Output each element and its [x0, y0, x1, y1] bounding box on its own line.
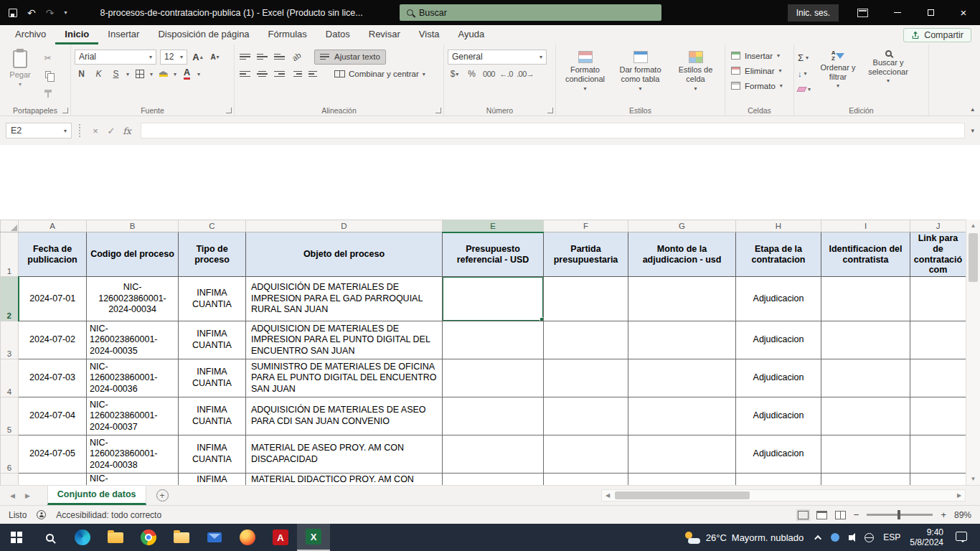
empty-cell[interactable]: [443, 359, 544, 397]
grow-font-button[interactable]: A▴: [191, 50, 204, 64]
date-cell[interactable]: 2024-07-03: [19, 359, 87, 397]
empty-cell[interactable]: [628, 435, 736, 474]
empty-cell[interactable]: [443, 435, 544, 474]
number-format-combo[interactable]: General ▾: [448, 50, 547, 65]
row-header-4[interactable]: 4: [1, 359, 19, 397]
taskbar-folder-button[interactable]: [165, 524, 198, 551]
collapse-ribbon-icon[interactable]: ▴: [971, 105, 974, 113]
decrease-indent-button[interactable]: [290, 67, 303, 81]
etapa-cell[interactable]: Adjudicacion: [736, 277, 821, 321]
header-cell-H1[interactable]: Etapa de la contratacion: [736, 232, 821, 277]
objeto-cell[interactable]: ADQUISICIÓN DE MATERIALES DE ASEO PARA C…: [246, 397, 443, 435]
cut-button[interactable]: ✂: [41, 51, 55, 65]
dialog-launcher-icon[interactable]: [547, 108, 553, 113]
taskbar-firefox-button[interactable]: [231, 524, 264, 551]
tab-inicio[interactable]: Inicio: [55, 25, 98, 44]
select-all-corner[interactable]: [1, 220, 19, 232]
name-box[interactable]: E2 ▾: [6, 123, 72, 138]
insert-cells-button[interactable]: Insertar ▾: [729, 48, 790, 63]
page-break-view-button[interactable]: [835, 511, 846, 519]
zoom-out-button[interactable]: −: [854, 509, 859, 520]
date-cell[interactable]: 2024-07-02: [19, 321, 87, 359]
taskbar-excel-button[interactable]: X: [297, 524, 330, 551]
empty-cell[interactable]: [544, 277, 628, 321]
taskbar-weather[interactable]: 26°C Mayorm. nublado: [684, 532, 804, 544]
column-header-E[interactable]: E: [443, 220, 544, 232]
header-cell-J1[interactable]: Link para de contratació com: [910, 232, 966, 277]
column-header-H[interactable]: H: [736, 220, 821, 232]
tab-archivo[interactable]: Archivo: [6, 25, 55, 44]
empty-cell[interactable]: [910, 435, 966, 474]
empty-cell[interactable]: [910, 397, 966, 435]
underline-caret-icon[interactable]: ▾: [126, 71, 129, 77]
align-bottom-button[interactable]: [273, 50, 286, 64]
header-cell-D1[interactable]: Objeto del proceso: [246, 232, 443, 277]
decrease-decimal-button[interactable]: .00→: [517, 67, 534, 81]
sign-in-button[interactable]: Inic. ses.: [788, 4, 839, 22]
save-icon[interactable]: [9, 9, 17, 17]
dialog-launcher-icon[interactable]: [435, 108, 441, 113]
empty-cell[interactable]: [821, 359, 910, 397]
horizontal-scroll-track[interactable]: [613, 490, 953, 501]
taskbar-clock[interactable]: 9:40 5/8/2024: [910, 527, 943, 548]
empty-cell[interactable]: [544, 321, 628, 359]
header-cell-F1[interactable]: Partida presupuestaria: [544, 232, 628, 277]
add-sheet-button[interactable]: +: [156, 489, 169, 501]
vertical-scrollbar[interactable]: ▲ ▼: [966, 220, 980, 485]
column-header-J[interactable]: J: [910, 220, 966, 232]
tipo-cell[interactable]: INFIMA CUANTIA: [179, 435, 246, 474]
empty-cell[interactable]: [628, 397, 736, 435]
empty-cell[interactable]: [443, 397, 544, 435]
fill-color-caret-icon[interactable]: ▾: [174, 71, 176, 77]
increase-indent-button[interactable]: [307, 67, 321, 81]
maximize-button[interactable]: [914, 0, 947, 25]
action-center-icon[interactable]: [956, 532, 967, 541]
align-center-button[interactable]: [255, 67, 269, 81]
align-top-button[interactable]: [238, 50, 252, 64]
delete-cells-button[interactable]: Eliminar ▾: [729, 63, 790, 78]
zoom-slider-thumb[interactable]: [897, 510, 900, 519]
empty-cell[interactable]: [821, 277, 910, 321]
dialog-launcher-icon[interactable]: [62, 108, 68, 113]
taskbar-edge-button[interactable]: [66, 524, 99, 551]
orientation-button[interactable]: ab: [290, 50, 303, 64]
dialog-launcher-icon[interactable]: [226, 108, 232, 113]
percent-style-button[interactable]: %: [465, 67, 479, 81]
column-header-G[interactable]: G: [628, 220, 736, 232]
zoom-in-button[interactable]: +: [941, 509, 946, 520]
empty-cell[interactable]: [628, 321, 736, 359]
speaker-icon[interactable]: [849, 535, 852, 540]
format-cells-button[interactable]: Formato ▾: [729, 78, 790, 93]
column-header-D[interactable]: D: [246, 220, 443, 232]
code-cell[interactable]: NIC-1260023860001-2024-00035: [87, 321, 179, 359]
shrink-font-button[interactable]: A▾: [208, 50, 222, 64]
column-header-I[interactable]: I: [821, 220, 910, 232]
row-header-3[interactable]: 3: [1, 321, 19, 359]
horizontal-scrollbar[interactable]: ◀ ▶: [601, 489, 966, 501]
etapa-cell[interactable]: Adjudicacion: [736, 397, 821, 435]
accessibility-status[interactable]: Accesibilidad: todo correcto: [56, 510, 161, 520]
vertical-scrollbar-thumb[interactable]: [969, 233, 978, 282]
insert-function-button[interactable]: fx: [119, 126, 135, 136]
redo-icon[interactable]: ↷: [46, 7, 55, 19]
search-box[interactable]: Buscar: [400, 4, 661, 21]
code-cell[interactable]: NIC-1260023860001-2024-00037: [87, 397, 179, 435]
empty-cell[interactable]: [544, 359, 628, 397]
empty-cell[interactable]: [544, 435, 628, 474]
code-cell[interactable]: NIC-1260023860001-2024-00034: [87, 277, 179, 321]
etapa-cell[interactable]: Adjudicacion: [736, 359, 821, 397]
format-painter-button[interactable]: [41, 84, 55, 98]
header-cell-G1[interactable]: Monto de la adjudicacion - usd: [628, 232, 736, 277]
column-header-C[interactable]: C: [179, 220, 246, 232]
objeto-cell[interactable]: ADQUISICIÓN DE MATERIALES DE IMPRESION P…: [246, 277, 443, 321]
conditional-formatting-button[interactable]: Formato condicional ▾: [560, 48, 611, 92]
empty-cell[interactable]: [910, 277, 966, 321]
empty-cell[interactable]: [443, 321, 544, 359]
cell-styles-button[interactable]: Estilos de celda ▾: [670, 48, 721, 92]
row-header-5[interactable]: 5: [1, 397, 19, 435]
tab-disposicion[interactable]: Disposición de página: [149, 25, 258, 44]
comma-style-button[interactable]: 000: [482, 67, 496, 81]
language-indicator[interactable]: ESP: [883, 532, 900, 542]
etapa-cell[interactable]: Adjudicacion: [736, 321, 821, 359]
taskbar-acrobat-button[interactable]: A: [264, 524, 297, 551]
